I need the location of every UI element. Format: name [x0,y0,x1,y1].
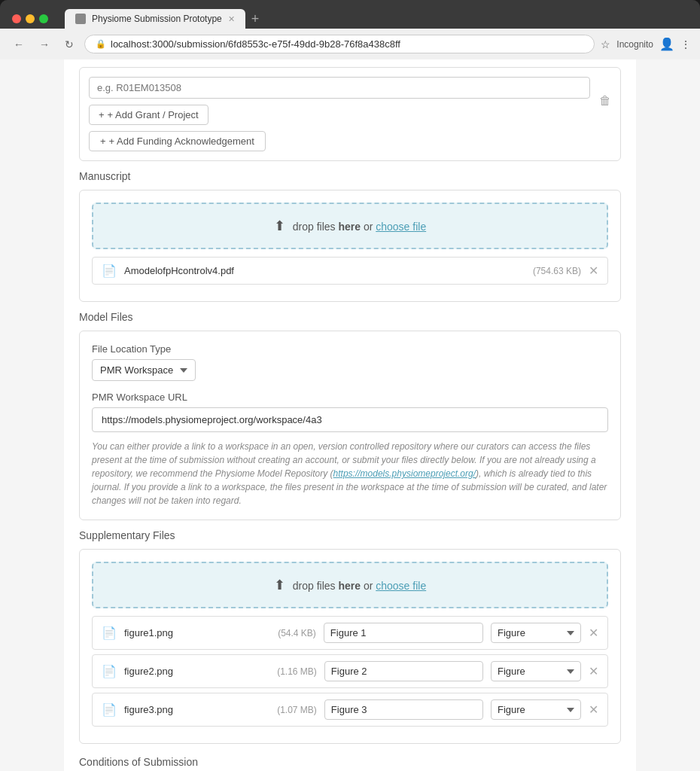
active-tab[interactable]: Physiome Submission Prototype ✕ [65,9,245,29]
browser-window: Physiome Submission Prototype ✕ + ← → ↻ … [0,0,700,59]
supp-file-row-3: 📄 figure3.png (1.07 MB) FigureTableAppen… [92,693,608,727]
tab-favicon [75,14,86,24]
supplementary-drop-zone[interactable]: ⬆ drop files here or choose file [92,562,608,608]
browser-toolbar: ← → ↻ 🔒 localhost:3000/submission/6fd855… [0,29,700,59]
minimize-window-button[interactable] [26,14,35,23]
page-content: + + Add Grant / Project 🗑 + + Add Fundin… [0,59,700,771]
manuscript-file-row: 📄 AmodelofpHcontrolv4.pdf (754.63 KB) ✕ [92,257,608,285]
plus-icon-funding: + [100,136,106,147]
remove-supp-file-2[interactable]: ✕ [589,664,598,678]
drop-text: drop files [293,221,339,233]
supp-file-row-2: 📄 figure2.png (1.16 MB) FigureTableAppen… [92,654,608,688]
supp-drop-text: drop files [293,580,339,592]
manuscript-label: Manuscript [79,170,621,182]
model-files-section: Model Files File Location Type PMR Works… [79,311,621,520]
toolbar-right: ☆ Incognito 👤 ⋮ [601,37,691,51]
funding-acknowledgement-card: + + Add Grant / Project 🗑 + + Add Fundin… [79,67,621,161]
supplementary-card: ⬆ drop files here or choose file 📄 figur… [79,549,621,744]
remove-manuscript-button[interactable]: ✕ [589,264,598,278]
maximize-window-button[interactable] [39,14,48,23]
supp-file-icon-1: 📄 [102,626,117,640]
model-files-label: Model Files [79,311,621,323]
model-files-info: You can either provide a link to a works… [92,440,608,507]
plus-icon: + [99,109,105,120]
physiome-repo-link[interactable]: https://models.physiomeproject.org/ [333,468,476,479]
supp-type-select-2[interactable]: FigureTableAppendixOther [491,661,581,681]
menu-icon[interactable]: ⋮ [680,38,691,50]
supp-file-size-3: (1.07 MB) [277,705,317,715]
address-bar[interactable]: 🔒 localhost:3000/submission/6fd8553c-e75… [84,35,595,53]
model-files-card: File Location Type PMR Workspace PMR Wor… [79,331,621,520]
close-window-button[interactable] [12,14,21,23]
grant-inner: + + Add Grant / Project [89,77,590,125]
manuscript-card: ⬆ drop files here or choose file 📄 Amode… [79,190,621,302]
titlebar: Physiome Submission Prototype ✕ + [0,0,700,29]
pdf-icon: 📄 [102,264,117,278]
url-text: localhost:3000/submission/6fd8553c-e75f-… [111,38,400,50]
main-scroll-area: + + Add Grant / Project 🗑 + + Add Fundin… [64,59,636,771]
reload-button[interactable]: ↻ [60,37,78,52]
conditions-section: Conditions of Submission I understand th… [79,756,621,771]
grant-row: + + Add Grant / Project 🗑 [89,77,611,125]
profile-icon[interactable]: 👤 [659,37,674,51]
supp-caption-3[interactable] [324,699,483,720]
supp-file-size-2: (1.16 MB) [277,666,317,677]
file-location-label: File Location Type [92,343,608,355]
conditions-label: Conditions of Submission [79,756,621,768]
delete-funding-button[interactable]: 🗑 [599,94,611,108]
tab-close-button[interactable]: ✕ [228,14,235,24]
supp-file-name-2: figure2.png [124,666,269,677]
supp-drop-here: here [338,580,361,592]
lock-icon: 🔒 [96,39,106,49]
supp-type-select-3[interactable]: FigureTableAppendixOther [491,699,581,720]
supp-type-select-1[interactable]: FigureTableAppendixOther [491,623,581,643]
manuscript-file-size: (754.63 KB) [533,266,581,276]
manuscript-file-name: AmodelofpHcontrolv4.pdf [124,265,525,276]
supplementary-label: Supplementary Files [79,529,621,541]
manuscript-section: Manuscript ⬆ drop files here or choose f… [79,170,621,302]
pmr-url-input[interactable] [92,407,608,432]
supplementary-files-section: Supplementary Files ⬆ drop files here or… [79,529,621,744]
incognito-label: Incognito [616,39,653,50]
supp-drop-or: or [364,580,376,592]
supp-file-name-3: figure3.png [124,704,269,715]
drop-here-text: here [338,221,361,233]
file-location-select[interactable]: PMR Workspace [92,359,196,381]
manuscript-drop-zone[interactable]: ⬆ drop files here or choose file [92,203,608,249]
tab-title: Physiome Submission Prototype [92,14,222,24]
pmr-url-label: PMR Workspace URL [92,392,608,403]
add-funding-label: + Add Funding Acknowledgement [109,136,254,147]
bookmark-icon[interactable]: ☆ [601,38,610,50]
remove-supp-file-1[interactable]: ✕ [589,626,598,640]
supp-file-row-1: 📄 figure1.png (54.4 KB) FigureTableAppen… [92,616,608,650]
drop-or-text: or [364,221,376,233]
supp-file-name-1: figure1.png [124,627,270,638]
supp-caption-1[interactable] [324,623,483,643]
supp-file-size-1: (54.4 KB) [278,628,316,638]
add-grant-label: + Add Grant / Project [108,109,199,120]
add-grant-button[interactable]: + + Add Grant / Project [89,105,208,125]
forward-button[interactable]: → [35,37,54,52]
back-button[interactable]: ← [9,37,29,52]
traffic-lights [12,14,48,23]
remove-supp-file-3[interactable]: ✕ [589,702,598,717]
supp-caption-2[interactable] [324,661,483,681]
choose-file-text[interactable]: choose file [376,221,426,233]
add-funding-acknowledgement-button[interactable]: + + Add Funding Acknowledgement [89,131,266,151]
supp-choose-file[interactable]: choose file [376,580,426,592]
upload-icon: ⬆ [274,218,285,233]
upload-icon-supp: ⬆ [274,577,285,593]
supp-file-icon-2: 📄 [102,664,117,678]
tab-bar: Physiome Submission Prototype ✕ + [65,9,265,29]
supp-file-icon-3: 📄 [102,702,117,717]
grant-input[interactable] [89,77,590,99]
new-tab-button[interactable]: + [245,11,266,27]
